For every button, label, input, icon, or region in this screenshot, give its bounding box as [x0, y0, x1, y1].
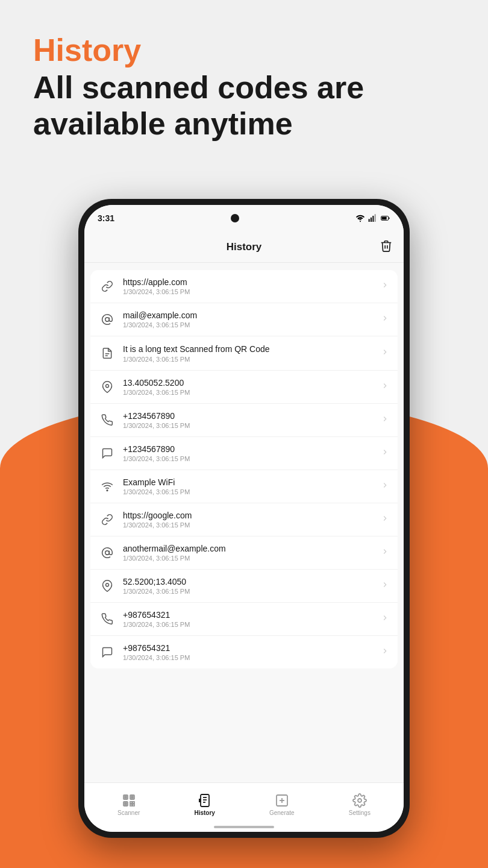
list-item[interactable]: https://apple.com1/30/2024, 3:06:15 PM [90, 270, 398, 303]
svg-rect-21 [125, 796, 127, 798]
item-title: https://google.com [123, 511, 376, 520]
item-title: +1234567890 [123, 444, 376, 454]
nav-item-generate[interactable]: Generate [261, 790, 303, 820]
item-date: 1/30/2024, 3:06:15 PM [123, 356, 376, 363]
phone-screen: 3:31 [84, 205, 404, 832]
wifi-status-icon [355, 213, 365, 223]
status-icons [355, 213, 390, 223]
svg-point-12 [105, 551, 110, 555]
item-date: 1/30/2024, 3:06:15 PM [123, 455, 376, 462]
page-header: History All scanned codes are available … [33, 33, 364, 142]
item-title: +987654321 [123, 610, 376, 620]
message-icon [99, 644, 116, 661]
list-item[interactable]: +12345678901/30/2024, 3:06:15 PM [90, 437, 398, 470]
svg-point-10 [106, 385, 109, 388]
svg-rect-1 [369, 219, 370, 222]
svg-rect-22 [131, 796, 133, 798]
chevron-right-icon [381, 580, 389, 591]
settings-icon [352, 793, 367, 808]
item-content: +12345678901/30/2024, 3:06:15 PM [123, 444, 376, 462]
item-date: 1/30/2024, 3:06:15 PM [123, 521, 376, 529]
home-indicator [214, 826, 274, 828]
app-bar: History [84, 231, 404, 263]
chevron-right-icon [381, 448, 389, 459]
history-icon [198, 793, 212, 808]
phone-icon [99, 412, 116, 429]
chevron-right-icon [381, 481, 389, 492]
item-content: 13.405052.52001/30/2024, 3:06:15 PM [123, 378, 376, 396]
list-item[interactable]: +12345678901/30/2024, 3:06:15 PM [90, 404, 398, 437]
item-date: 1/30/2024, 3:06:15 PM [123, 654, 376, 661]
item-content: mail@example.com1/30/2024, 3:06:15 PM [123, 310, 376, 329]
list-item[interactable]: +9876543211/30/2024, 3:06:15 PM [90, 603, 398, 636]
chevron-right-icon [381, 415, 389, 426]
nav-item-history[interactable]: History [186, 790, 223, 820]
phone-frame: 3:31 [78, 199, 410, 838]
item-date: 1/30/2024, 3:06:15 PM [123, 555, 376, 562]
svg-rect-19 [130, 804, 132, 806]
signal-status-icon [368, 213, 378, 223]
svg-rect-6 [382, 217, 387, 220]
chevron-right-icon [381, 647, 389, 658]
list-item[interactable]: Example WiFi1/30/2024, 3:06:15 PM [90, 470, 398, 503]
chevron-right-icon [381, 382, 389, 392]
item-date: 1/30/2024, 3:06:15 PM [123, 588, 376, 595]
settings-nav-label: Settings [349, 810, 371, 816]
item-title: 13.405052.5200 [123, 378, 376, 388]
history-list: https://apple.com1/30/2024, 3:06:15 PMma… [90, 270, 398, 668]
chevron-right-icon [381, 614, 389, 624]
bottom-nav: Scanner History [84, 782, 404, 832]
header-orange-text: History [33, 33, 364, 68]
item-title: https://apple.com [123, 277, 376, 287]
item-date: 1/30/2024, 3:06:15 PM [123, 422, 376, 429]
item-content: Example WiFi1/30/2024, 3:06:15 PM [123, 477, 376, 495]
generate-icon [275, 793, 289, 808]
scanner-nav-label: Scanner [117, 810, 140, 816]
header-dark-text: All scanned codes are available anytime [33, 70, 364, 142]
app-bar-title: History [227, 241, 262, 253]
document-icon [99, 345, 116, 362]
list-item[interactable]: https://google.com1/30/2024, 3:06:15 PM [90, 503, 398, 536]
item-content: https://google.com1/30/2024, 3:06:15 PM [123, 511, 376, 529]
list-item[interactable]: 13.405052.52001/30/2024, 3:06:15 PM [90, 371, 398, 404]
location-icon [99, 379, 116, 395]
item-content: https://apple.com1/30/2024, 3:06:15 PM [123, 277, 376, 295]
camera-cutout [231, 214, 239, 222]
email-icon [99, 544, 116, 561]
item-date: 1/30/2024, 3:06:15 PM [123, 488, 376, 495]
message-icon [99, 445, 116, 462]
item-date: 1/30/2024, 3:06:15 PM [123, 621, 376, 628]
item-date: 1/30/2024, 3:06:15 PM [123, 321, 376, 329]
svg-rect-3 [372, 216, 374, 222]
chevron-right-icon [381, 348, 389, 359]
item-date: 1/30/2024, 3:06:15 PM [123, 288, 376, 295]
history-scroll-area: https://apple.com1/30/2024, 3:06:15 PMma… [84, 263, 404, 782]
nav-item-scanner[interactable]: Scanner [109, 790, 148, 820]
email-icon [99, 311, 116, 328]
list-item[interactable]: +9876543211/30/2024, 3:06:15 PM [90, 636, 398, 668]
list-item[interactable]: It is a long text Scanned from QR Code1/… [90, 336, 398, 371]
phone-icon [99, 611, 116, 627]
generate-nav-label: Generate [269, 810, 295, 816]
item-title: mail@example.com [123, 310, 376, 320]
item-content: +9876543211/30/2024, 3:06:15 PM [123, 610, 376, 628]
item-title: +1234567890 [123, 411, 376, 421]
list-item[interactable]: anothermail@example.com1/30/2024, 3:06:1… [90, 536, 398, 570]
battery-status-icon [381, 213, 390, 223]
status-time: 3:31 [98, 213, 114, 223]
item-title: anothermail@example.com [123, 544, 376, 553]
svg-rect-23 [125, 803, 127, 805]
list-item[interactable]: mail@example.com1/30/2024, 3:06:15 PM [90, 303, 398, 336]
status-bar: 3:31 [84, 205, 404, 231]
history-nav-label: History [194, 810, 214, 816]
svg-point-13 [106, 583, 109, 587]
item-title: 52.5200;13.4050 [123, 577, 376, 587]
list-item[interactable]: 52.5200;13.40501/30/2024, 3:06:15 PM [90, 570, 398, 603]
svg-rect-4 [375, 214, 376, 222]
nav-item-settings[interactable]: Settings [340, 790, 379, 820]
delete-button[interactable] [380, 239, 393, 255]
item-content: +12345678901/30/2024, 3:06:15 PM [123, 411, 376, 429]
svg-rect-2 [371, 218, 372, 222]
svg-point-7 [105, 318, 110, 322]
chevron-right-icon [381, 547, 389, 558]
